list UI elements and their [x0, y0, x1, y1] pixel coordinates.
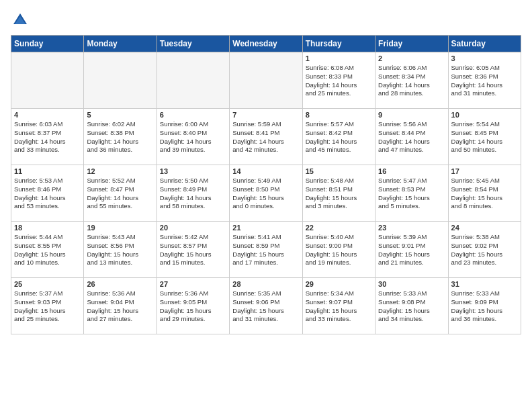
day-number: 14	[232, 167, 299, 175]
day-number: 1	[306, 54, 372, 62]
cell-2-6: 9Sunrise: 5:56 AMSunset: 8:44 PMDaylight…	[375, 109, 448, 165]
cell-1-7: 3Sunrise: 6:05 AMSunset: 8:36 PMDaylight…	[448, 52, 521, 109]
cell-1-5: 1Sunrise: 6:08 AMSunset: 8:33 PMDaylight…	[302, 52, 375, 109]
calendar-table: SundayMondayTuesdayWednesdayThursdayFrid…	[11, 35, 521, 334]
cell-content: Sunrise: 5:43 AMSunset: 8:56 PMDaylight:…	[87, 233, 153, 267]
cell-content: Sunrise: 5:57 AMSunset: 8:42 PMDaylight:…	[306, 120, 372, 154]
day-number: 18	[14, 224, 81, 232]
cell-content: Sunrise: 5:59 AMSunset: 8:41 PMDaylight:…	[232, 120, 299, 154]
cell-4-4: 21Sunrise: 5:41 AMSunset: 8:59 PMDayligh…	[230, 222, 302, 278]
week-row-3: 11Sunrise: 5:53 AMSunset: 8:46 PMDayligh…	[11, 165, 521, 222]
week-row-4: 18Sunrise: 5:44 AMSunset: 8:55 PMDayligh…	[11, 222, 521, 278]
day-number: 28	[232, 280, 299, 288]
cell-5-6: 30Sunrise: 5:33 AMSunset: 9:08 PMDayligh…	[375, 278, 448, 334]
logo	[11, 11, 32, 30]
cell-content: Sunrise: 5:42 AMSunset: 8:57 PMDaylight:…	[160, 233, 226, 267]
cell-5-3: 27Sunrise: 5:36 AMSunset: 9:05 PMDayligh…	[157, 278, 229, 334]
cell-content: Sunrise: 6:02 AMSunset: 8:38 PMDaylight:…	[87, 120, 153, 154]
week-row-2: 4Sunrise: 6:03 AMSunset: 8:37 PMDaylight…	[11, 109, 521, 165]
cell-content: Sunrise: 6:03 AMSunset: 8:37 PMDaylight:…	[14, 120, 81, 154]
cell-1-3	[157, 52, 229, 109]
cell-content: Sunrise: 6:00 AMSunset: 8:40 PMDaylight:…	[160, 120, 226, 154]
cell-3-3: 13Sunrise: 5:50 AMSunset: 8:49 PMDayligh…	[157, 165, 229, 222]
day-number: 27	[160, 280, 226, 288]
header-thursday: Thursday	[302, 36, 375, 52]
cell-5-1: 25Sunrise: 5:37 AMSunset: 9:03 PMDayligh…	[11, 278, 84, 334]
day-number: 22	[306, 224, 372, 232]
cell-4-2: 19Sunrise: 5:43 AMSunset: 8:56 PMDayligh…	[84, 222, 157, 278]
cell-1-1	[11, 52, 84, 109]
day-number: 10	[451, 111, 518, 119]
cell-content: Sunrise: 6:08 AMSunset: 8:33 PMDaylight:…	[306, 64, 372, 98]
cell-5-5: 29Sunrise: 5:34 AMSunset: 9:07 PMDayligh…	[302, 278, 375, 334]
day-number: 5	[87, 111, 153, 119]
cell-content: Sunrise: 6:06 AMSunset: 8:34 PMDaylight:…	[378, 64, 445, 98]
cell-4-6: 23Sunrise: 5:39 AMSunset: 9:01 PMDayligh…	[375, 222, 448, 278]
day-number: 24	[451, 224, 518, 232]
cell-content: Sunrise: 5:33 AMSunset: 9:08 PMDaylight:…	[378, 289, 445, 324]
day-number: 8	[306, 111, 372, 119]
cell-3-6: 16Sunrise: 5:47 AMSunset: 8:53 PMDayligh…	[375, 165, 448, 222]
header-monday: Monday	[84, 36, 157, 52]
day-number: 12	[87, 167, 153, 175]
header-sunday: Sunday	[11, 36, 84, 52]
cell-content: Sunrise: 5:35 AMSunset: 9:06 PMDaylight:…	[232, 289, 299, 324]
cell-content: Sunrise: 5:41 AMSunset: 8:59 PMDaylight:…	[232, 233, 299, 267]
cell-content: Sunrise: 5:45 AMSunset: 8:54 PMDaylight:…	[451, 177, 518, 211]
cell-content: Sunrise: 5:48 AMSunset: 8:51 PMDaylight:…	[306, 177, 372, 211]
cell-2-4: 7Sunrise: 5:59 AMSunset: 8:41 PMDaylight…	[230, 109, 302, 165]
cell-content: Sunrise: 5:33 AMSunset: 9:09 PMDaylight:…	[451, 289, 518, 324]
cell-content: Sunrise: 5:47 AMSunset: 8:53 PMDaylight:…	[378, 177, 445, 211]
day-number: 25	[14, 280, 81, 288]
cell-content: Sunrise: 5:54 AMSunset: 8:45 PMDaylight:…	[451, 120, 518, 154]
cell-3-4: 14Sunrise: 5:49 AMSunset: 8:50 PMDayligh…	[230, 165, 302, 222]
cell-2-7: 10Sunrise: 5:54 AMSunset: 8:45 PMDayligh…	[448, 109, 521, 165]
day-number: 11	[14, 167, 81, 175]
cell-3-5: 15Sunrise: 5:48 AMSunset: 8:51 PMDayligh…	[302, 165, 375, 222]
cell-content: Sunrise: 5:36 AMSunset: 9:05 PMDaylight:…	[160, 289, 226, 324]
day-number: 16	[378, 167, 445, 175]
cell-2-5: 8Sunrise: 5:57 AMSunset: 8:42 PMDaylight…	[302, 109, 375, 165]
cell-content: Sunrise: 5:38 AMSunset: 9:02 PMDaylight:…	[451, 233, 518, 267]
day-number: 4	[14, 111, 81, 119]
cell-1-6: 2Sunrise: 6:06 AMSunset: 8:34 PMDaylight…	[375, 52, 448, 109]
cell-1-4	[230, 52, 302, 109]
week-row-1: 1Sunrise: 6:08 AMSunset: 8:33 PMDaylight…	[11, 52, 521, 109]
cell-content: Sunrise: 5:56 AMSunset: 8:44 PMDaylight:…	[378, 120, 445, 154]
cell-content: Sunrise: 5:37 AMSunset: 9:03 PMDaylight:…	[14, 289, 81, 324]
cell-2-1: 4Sunrise: 6:03 AMSunset: 8:37 PMDaylight…	[11, 109, 84, 165]
day-number: 2	[378, 54, 445, 62]
cell-content: Sunrise: 5:36 AMSunset: 9:04 PMDaylight:…	[87, 289, 153, 324]
header-row: SundayMondayTuesdayWednesdayThursdayFrid…	[11, 36, 521, 52]
header-saturday: Saturday	[448, 36, 521, 52]
day-number: 19	[87, 224, 153, 232]
day-number: 6	[160, 111, 226, 119]
header-friday: Friday	[375, 36, 448, 52]
day-number: 31	[451, 280, 518, 288]
cell-content: Sunrise: 5:39 AMSunset: 9:01 PMDaylight:…	[378, 233, 445, 267]
page-header	[11, 11, 521, 30]
cell-5-7: 31Sunrise: 5:33 AMSunset: 9:09 PMDayligh…	[448, 278, 521, 334]
cell-content: Sunrise: 5:52 AMSunset: 8:47 PMDaylight:…	[87, 177, 153, 211]
day-number: 9	[378, 111, 445, 119]
day-number: 21	[232, 224, 299, 232]
cell-1-2	[84, 52, 157, 109]
day-number: 30	[378, 280, 445, 288]
day-number: 20	[160, 224, 226, 232]
day-number: 29	[306, 280, 372, 288]
cell-content: Sunrise: 6:05 AMSunset: 8:36 PMDaylight:…	[451, 64, 518, 98]
cell-content: Sunrise: 5:44 AMSunset: 8:55 PMDaylight:…	[14, 233, 81, 267]
cell-2-2: 5Sunrise: 6:02 AMSunset: 8:38 PMDaylight…	[84, 109, 157, 165]
cell-content: Sunrise: 5:34 AMSunset: 9:07 PMDaylight:…	[306, 289, 372, 324]
cell-5-4: 28Sunrise: 5:35 AMSunset: 9:06 PMDayligh…	[230, 278, 302, 334]
cell-4-7: 24Sunrise: 5:38 AMSunset: 9:02 PMDayligh…	[448, 222, 521, 278]
week-row-5: 25Sunrise: 5:37 AMSunset: 9:03 PMDayligh…	[11, 278, 521, 334]
logo-icon	[11, 11, 30, 30]
day-number: 17	[451, 167, 518, 175]
cell-5-2: 26Sunrise: 5:36 AMSunset: 9:04 PMDayligh…	[84, 278, 157, 334]
cell-4-5: 22Sunrise: 5:40 AMSunset: 9:00 PMDayligh…	[302, 222, 375, 278]
day-number: 7	[232, 111, 299, 119]
day-number: 3	[451, 54, 518, 62]
day-number: 23	[378, 224, 445, 232]
day-number: 15	[306, 167, 372, 175]
